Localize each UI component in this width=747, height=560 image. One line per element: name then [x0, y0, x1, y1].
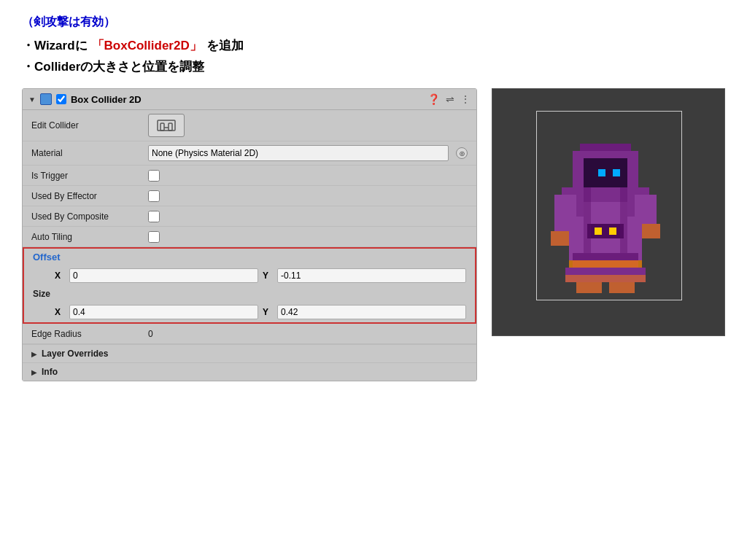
svg-rect-11 [598, 169, 605, 176]
component-title: Box Collider 2D [71, 94, 423, 105]
svg-rect-19 [587, 224, 624, 238]
layer-overrides-label: Layer Overrides [42, 349, 108, 359]
edit-collider-value [148, 114, 468, 137]
offset-xy-group: X Y [55, 268, 466, 283]
svg-rect-21 [609, 228, 616, 235]
svg-rect-17 [551, 231, 569, 246]
size-y-label: Y [263, 307, 273, 317]
edit-collider-row: Edit Collider [23, 110, 476, 141]
edge-radius-val: 0 [148, 329, 153, 339]
offset-x-label: X [55, 271, 65, 281]
size-x-label: X [55, 307, 65, 317]
svg-rect-1 [160, 123, 164, 131]
size-label-row: Size [24, 286, 475, 302]
scene-preview [492, 88, 725, 336]
auto-tiling-row: Auto Tiling [23, 227, 476, 247]
wizard-svg [540, 114, 671, 297]
svg-rect-26 [584, 187, 591, 253]
offset-label-row: Offset [24, 249, 475, 265]
is-trigger-label: Is Trigger [31, 171, 148, 181]
bullet-item-2: ・Colliderの大きさと位置を調整 [22, 58, 725, 75]
used-by-composite-label: Used By Composite [31, 211, 148, 222]
svg-rect-24 [569, 260, 642, 268]
offset-y-label: Y [263, 271, 273, 281]
component-icon [40, 93, 52, 105]
header-icons: ❓ ⇌ ⋮ [427, 93, 471, 105]
size-y-input[interactable] [277, 305, 466, 319]
inspector-panel: ▼ Box Collider 2D ❓ ⇌ ⋮ Edit Collider [22, 88, 477, 381]
material-picker-button[interactable]: ◎ [456, 147, 468, 159]
svg-rect-20 [595, 228, 602, 235]
used-by-effector-row: Used By Effector [23, 186, 476, 206]
edit-collider-button[interactable] [148, 114, 185, 137]
is-trigger-row: Is Trigger [23, 166, 476, 186]
used-by-composite-value [148, 211, 468, 222]
material-row: Material None (Physics Material 2D) ◎ [23, 141, 476, 166]
svg-rect-2 [169, 123, 172, 131]
bullet-list: ・Wizardに 「BoxCollider2D」 を追加 ・Colliderの大… [22, 37, 725, 75]
svg-rect-25 [565, 275, 646, 282]
top-note: （剣攻撃は有効） [22, 15, 725, 30]
bullet-prefix-2: ・Colliderの大きさと位置を調整 [22, 58, 204, 75]
bullet-suffix-1: を追加 [206, 37, 244, 54]
layer-overrides-arrow: ▶ [31, 350, 37, 358]
info-arrow: ▶ [31, 368, 37, 376]
svg-rect-27 [620, 187, 627, 253]
offset-y-input[interactable] [277, 268, 466, 283]
used-by-composite-row: Used By Composite [23, 206, 476, 227]
svg-rect-22 [576, 282, 602, 293]
used-by-effector-value [148, 190, 468, 202]
size-xy-group: X Y [55, 305, 466, 319]
edge-radius-value: 0 [148, 329, 468, 339]
main-content: ▼ Box Collider 2D ❓ ⇌ ⋮ Edit Collider [22, 88, 725, 381]
inspector-header: ▼ Box Collider 2D ❓ ⇌ ⋮ [23, 89, 476, 110]
size-x-input[interactable] [69, 305, 258, 319]
enabled-checkbox[interactable] [56, 94, 66, 104]
edge-radius-row: Edge Radius 0 [23, 324, 476, 344]
info-label: Info [42, 367, 58, 377]
size-label: Size [33, 289, 50, 299]
collapse-arrow-icon[interactable]: ▼ [28, 96, 36, 104]
material-select[interactable]: None (Physics Material 2D) [148, 145, 449, 161]
bullet-prefix-1: ・Wizardに [22, 37, 88, 54]
auto-tiling-label: Auto Tiling [31, 232, 148, 242]
material-value: None (Physics Material 2D) ◎ [148, 145, 468, 161]
page-container: （剣攻撃は有効） ・Wizardに 「BoxCollider2D」 を追加 ・C… [22, 15, 725, 381]
edit-collider-label: Edit Collider [31, 120, 148, 131]
svg-rect-12 [613, 169, 620, 176]
edge-radius-label: Edge Radius [31, 329, 148, 339]
is-trigger-checkbox[interactable] [148, 170, 160, 182]
material-label: Material [31, 148, 148, 158]
layer-overrides-row[interactable]: ▶ Layer Overrides [23, 344, 476, 362]
bullet-highlight-1: 「BoxCollider2D」 [92, 37, 202, 54]
more-options-icon[interactable]: ⋮ [460, 93, 471, 105]
svg-rect-18 [642, 224, 660, 238]
svg-rect-23 [609, 282, 635, 293]
size-xy-row: X Y [24, 302, 475, 322]
inspector-body: Edit Collider Ma [23, 110, 476, 381]
help-icon[interactable]: ❓ [427, 93, 440, 105]
auto-tiling-checkbox[interactable] [148, 231, 160, 243]
used-by-effector-checkbox[interactable] [148, 190, 160, 202]
info-row[interactable]: ▶ Info [23, 362, 476, 381]
settings-icon[interactable]: ⇌ [446, 93, 454, 105]
offset-label: Offset [33, 252, 61, 262]
highlighted-section: Offset X Y Size [23, 247, 476, 324]
is-trigger-value [148, 170, 468, 182]
material-select-text: None (Physics Material 2D) [152, 148, 258, 158]
bullet-item-1: ・Wizardに 「BoxCollider2D」 を追加 [22, 37, 725, 54]
offset-xy-row: X Y [24, 265, 475, 286]
used-by-composite-checkbox[interactable] [148, 211, 160, 222]
auto-tiling-value [148, 231, 468, 243]
offset-x-input[interactable] [69, 268, 258, 283]
used-by-effector-label: Used By Effector [31, 191, 148, 201]
